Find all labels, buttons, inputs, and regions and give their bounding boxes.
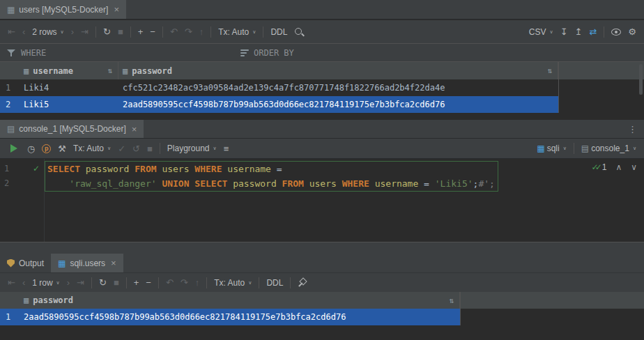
editor-code-area[interactable]: SELECT password FROM users WHERE usernam… — [45, 161, 498, 192]
run-button[interactable] — [4, 141, 24, 156]
table-row[interactable]: 1Liki4cfc521c23482ac93a09584ad2e139c4a7f… — [0, 79, 558, 96]
import-data-icon[interactable]: ↥ — [572, 24, 586, 40]
grid-toolbar-right: CSV∨ ↧ ↥ ⇄ ⚙ — [526, 24, 640, 40]
vertical-scrollbar[interactable] — [639, 64, 643, 95]
sql-token: FROM — [282, 178, 309, 189]
last-page-button[interactable]: ⇥ — [77, 24, 92, 40]
table-cell[interactable]: Liki5 — [20, 100, 118, 109]
column-icon: ▦ — [24, 295, 29, 305]
close-icon[interactable]: × — [114, 4, 119, 15]
console-selector[interactable]: ▤console_1∨ — [578, 141, 640, 156]
table-row[interactable]: 12aad5890595ccf4598b787b99ab563d0d66ec82… — [0, 309, 460, 325]
toolbar-separator — [604, 26, 604, 38]
wrench-icon[interactable]: ⚒ — [54, 141, 70, 156]
delete-row-button[interactable]: − — [146, 24, 159, 40]
add-row-button[interactable]: + — [135, 24, 147, 40]
export-data-icon[interactable]: ↧ — [557, 24, 572, 40]
sql-token: 'raw_sql_danger' — [69, 178, 156, 189]
sql-token: = — [277, 164, 282, 174]
tx-mode-selector[interactable]: Tx: Auto∨ — [70, 141, 114, 156]
code-line[interactable]: 'raw_sql_danger' UNION SELECT password F… — [47, 176, 495, 191]
refresh-icon[interactable]: ↻ — [100, 24, 114, 40]
search-icon[interactable] — [291, 24, 307, 40]
chevron-down-icon: ∨ — [56, 280, 60, 286]
page-size-selector[interactable]: 2 rows∨ — [29, 24, 67, 40]
table-icon: ▦ — [7, 5, 15, 15]
column-header-password[interactable]: ▦ password ⇅ — [20, 292, 460, 309]
toolbar-separator — [130, 26, 131, 38]
ddl-button[interactable]: DDL — [263, 275, 286, 291]
playground-selector[interactable]: Playground∨ — [164, 141, 220, 156]
table-cell[interactable]: 2aad5890595ccf4598b787b99ab563d0d66ec821… — [20, 312, 460, 322]
tab-console[interactable]: ▤ console_1 [MySQL5-Docker] × — [0, 120, 144, 138]
ddl-button[interactable]: DDL — [267, 24, 291, 40]
table-row[interactable]: 2Liki52aad5890595ccf4598b787b99ab563d0d6… — [0, 96, 558, 113]
history-icon[interactable]: ◷ — [24, 141, 38, 156]
sort-toggle-icon[interactable]: ⇅ — [107, 66, 114, 75]
sort-toggle-icon[interactable]: ⇅ — [449, 296, 455, 305]
close-icon[interactable]: × — [132, 124, 137, 134]
next-result-icon[interactable]: ∨ — [631, 162, 637, 172]
stop-icon: ■ — [144, 141, 156, 156]
tab-users-grid[interactable]: ▦ users [MySQL5-Docker] × — [0, 0, 126, 19]
next-page-button[interactable]: › — [63, 275, 73, 291]
sort-toggle-icon[interactable]: ⇅ — [547, 66, 553, 75]
where-filter-field[interactable]: WHERE — [21, 48, 46, 58]
close-icon[interactable]: × — [111, 258, 116, 268]
compare-data-icon[interactable]: ⇄ — [585, 24, 600, 40]
view-options-icon[interactable] — [608, 24, 624, 40]
sql-token: 'Liki5' — [435, 178, 473, 189]
code-line[interactable]: SELECT password FROM users WHERE usernam… — [47, 162, 495, 176]
settings-icon[interactable]: ⚙ — [624, 24, 640, 40]
tab-result-grid[interactable]: ▦ sqli.users × — [51, 254, 123, 272]
explain-plan-icon[interactable]: p — [38, 141, 54, 156]
sql-token: FROM — [135, 164, 162, 174]
playground-label: Playground — [167, 144, 210, 153]
previous-page-button[interactable]: ‹ — [19, 24, 29, 40]
row-number: 1 — [0, 83, 20, 93]
schema-selector[interactable]: ▦sqli∨ — [533, 141, 569, 156]
refresh-icon[interactable]: ↻ — [95, 275, 110, 291]
page-size-selector[interactable]: 1 row∨ — [29, 275, 63, 291]
delete-row-button[interactable]: − — [142, 275, 155, 291]
toolbar-separator — [290, 277, 291, 288]
table-cell[interactable]: cfc521c23482ac93a09584ad2e139c4a7fc87077… — [118, 83, 558, 93]
next-page-button[interactable]: › — [68, 24, 77, 40]
pin-tab-icon[interactable] — [294, 275, 310, 291]
commit-icon: ✓ — [114, 141, 129, 156]
export-format-selector[interactable]: CSV∨ — [526, 24, 557, 40]
toolbar-separator — [574, 143, 574, 154]
table-cell[interactable]: Liki4 — [20, 83, 118, 93]
chevron-down-icon: ∨ — [107, 146, 111, 151]
grid-filter-bar: WHERE ORDER BY — [0, 43, 644, 62]
last-page-button[interactable]: ⇥ — [73, 275, 88, 291]
filter-icon — [7, 49, 16, 57]
grid-edge-divider — [558, 62, 559, 113]
tx-mode-selector[interactable]: Tx: Auto∨ — [210, 275, 255, 291]
tab-output[interactable]: Output — [0, 254, 51, 272]
double-check-icon: ✓✓ — [592, 162, 602, 172]
order-by-field[interactable]: ORDER BY — [254, 48, 294, 58]
more-options-icon[interactable]: ⋮ — [621, 124, 644, 134]
row-number: 1 — [0, 312, 20, 322]
previous-page-button[interactable]: ‹ — [19, 275, 29, 291]
first-page-button[interactable]: ⇤ — [4, 24, 19, 40]
tx-mode-selector[interactable]: Tx: Auto∨ — [215, 24, 259, 40]
chevron-down-icon: ∨ — [633, 146, 636, 151]
table-cell[interactable]: 2aad5890595ccf4598b787b99ab563d0d66ec821… — [118, 100, 558, 109]
add-row-button[interactable]: + — [130, 275, 143, 291]
sql-editor[interactable]: 1 ✓ 2 SELECT password FROM users WHERE u… — [0, 159, 644, 242]
toolbar-separator — [158, 277, 159, 288]
previous-result-icon[interactable]: ∧ — [615, 162, 622, 172]
view-as-list-icon[interactable]: ≡ — [220, 141, 233, 156]
first-page-button[interactable]: ⇤ — [4, 275, 19, 291]
chevron-down-icon: ∨ — [563, 146, 567, 151]
column-header-password[interactable]: ▦ password ⇅ — [118, 62, 558, 79]
order-by-group: ORDER BY — [240, 48, 294, 58]
result-toolbar: ⇤ ‹ 1 row∨ › ⇥ ↻ ■ + − ↶ ↷ ↑ Tx: Auto∨ D… — [0, 272, 644, 292]
revert-icon: ↶ — [162, 275, 177, 291]
console-icon: ▤ — [581, 144, 589, 153]
column-header-username[interactable]: ▦ username ⇅ — [20, 62, 118, 79]
schema-label: sqli — [547, 144, 560, 153]
submit-icon: ↑ — [196, 24, 208, 40]
